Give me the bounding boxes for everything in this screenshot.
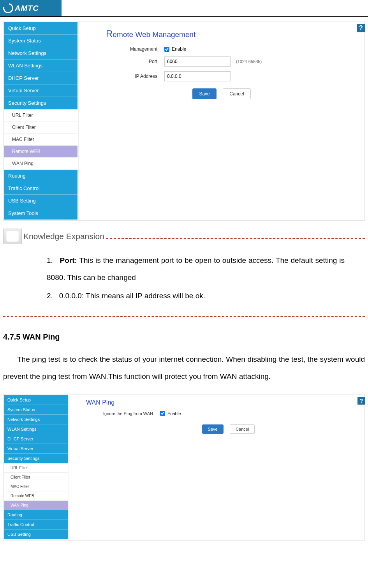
num: 2. <box>47 292 53 300</box>
sidebar-item-system-tools[interactable]: System Tools <box>4 207 77 220</box>
sidebar-sub-url-filter[interactable]: URL Filter <box>4 463 68 473</box>
ip-label: IP Address <box>86 74 164 79</box>
sidebar-sub-client-filter[interactable]: Client Filter <box>4 121 77 134</box>
rest: 0.0.0.0: This means all IP address will … <box>59 292 205 300</box>
panel-title: Remote Web Management <box>106 28 357 39</box>
sidebar-sub-mac-filter[interactable]: MAC Filter <box>4 134 77 146</box>
ip-input[interactable] <box>164 71 231 81</box>
logo-swirl-icon <box>1 1 15 15</box>
screenshot-remote-web: Quick Setup System Status Network Settin… <box>3 21 365 221</box>
sidebar-item-quick-setup[interactable]: Quick Setup <box>4 395 68 405</box>
sidebar-item-dhcp-server[interactable]: DHCP Server <box>4 434 68 444</box>
knowledge-item-2: 2. 0.0.0.0: This means all IP address wi… <box>47 287 345 305</box>
divider <box>0 16 368 17</box>
sidebar-item-routing[interactable]: Routing <box>4 170 77 182</box>
dash-line <box>106 238 365 239</box>
enable-checkbox[interactable] <box>160 411 165 416</box>
cancel-button[interactable]: Cancel <box>223 88 250 99</box>
sidebar-item-virtual-server[interactable]: Virtual Server <box>4 85 77 97</box>
port-input[interactable] <box>164 56 231 67</box>
num: 1. <box>47 256 53 264</box>
logo-bar: AMTC <box>0 0 62 16</box>
knowledge-title: Knowledge Expansion <box>23 232 104 241</box>
sidebar-item-quick-setup[interactable]: Quick Setup <box>4 22 77 35</box>
section-title: 4.7.5 WAN Ping <box>3 333 365 342</box>
sidebar-item-traffic-control[interactable]: Traffic Control <box>4 182 77 195</box>
dash-full <box>3 316 365 317</box>
screenshot-wan-ping: Quick Setup System Status Network Settin… <box>3 394 365 540</box>
sidebar-item-usb-setting[interactable]: USB Setting <box>4 195 77 207</box>
sidebar: Quick Setup System Status Network Settin… <box>4 394 69 540</box>
panel-title: WAN Ping <box>86 399 359 406</box>
sidebar-item-network-settings[interactable]: Network Settings <box>4 47 77 60</box>
sidebar-sub-remote-web[interactable]: Remote WEB <box>4 491 68 501</box>
sidebar-item-security-settings[interactable]: Security Settings <box>4 454 68 463</box>
sidebar-item-dhcp-server[interactable]: DHCP Server <box>4 72 77 85</box>
help-icon[interactable]: ? <box>357 397 365 405</box>
port-label: Port <box>86 59 164 64</box>
panel-title-r: R <box>106 28 113 39</box>
knowledge-item-1: 1. Port: This is the management port to … <box>47 252 345 286</box>
content-area: ? WAN Ping Ignore the Ping from WAN Enab… <box>69 394 364 540</box>
sidebar-sub-url-filter[interactable]: URL Filter <box>4 109 77 121</box>
cancel-button[interactable]: Cancel <box>230 424 255 434</box>
sidebar-sub-wan-ping[interactable]: WAN Ping <box>4 158 77 170</box>
help-icon[interactable]: ? <box>357 24 365 32</box>
panel-title-rest: emote Web Management <box>113 30 195 39</box>
section-body: The ping test is to check the status of … <box>3 351 365 385</box>
sidebar-sub-mac-filter[interactable]: MAC Filter <box>4 482 68 491</box>
bold: Port: <box>60 256 77 264</box>
port-hint: (1024-65535) <box>236 59 262 64</box>
sidebar-item-system-status[interactable]: System Status <box>4 405 68 415</box>
content-area: ? Remote Web Management Management Enabl… <box>79 21 364 220</box>
knowledge-list: 1. Port: This is the management port to … <box>47 252 345 305</box>
sidebar-item-usb-setting[interactable]: USB Setting <box>4 530 68 539</box>
enable-label: Enable <box>172 46 186 52</box>
sidebar-sub-remote-web[interactable]: Remote WEB <box>4 146 77 158</box>
enable-label: Enable <box>167 411 181 416</box>
save-button[interactable]: Save <box>202 424 224 434</box>
sidebar: Quick Setup System Status Network Settin… <box>4 21 79 220</box>
knowledge-header: Knowledge Expansion <box>3 229 365 244</box>
sidebar-sub-client-filter[interactable]: Client Filter <box>4 473 68 482</box>
save-button[interactable]: Save <box>192 88 216 99</box>
sidebar-item-virtual-server[interactable]: Virtual Server <box>4 444 68 454</box>
sidebar-item-wlan-settings[interactable]: WLAN Settings <box>4 60 77 72</box>
sidebar-item-system-status[interactable]: System Status <box>4 35 77 47</box>
sidebar-sub-wan-ping[interactable]: WAN Ping <box>4 501 68 510</box>
enable-checkbox[interactable] <box>164 47 169 52</box>
ignore-label: Ignore the Ping from WAN <box>74 411 160 416</box>
sidebar-item-security-settings[interactable]: Security Settings <box>4 97 77 109</box>
sidebar-item-traffic-control[interactable]: Traffic Control <box>4 520 68 530</box>
management-label: Management <box>86 46 164 52</box>
sidebar-item-wlan-settings[interactable]: WLAN Settings <box>4 424 68 434</box>
rest: This is the management port to be open t… <box>47 256 345 282</box>
sidebar-item-network-settings[interactable]: Network Settings <box>4 415 68 424</box>
logo-text: AMTC <box>15 4 39 13</box>
sidebar-item-routing[interactable]: Routing <box>4 510 68 520</box>
book-icon <box>3 229 22 244</box>
